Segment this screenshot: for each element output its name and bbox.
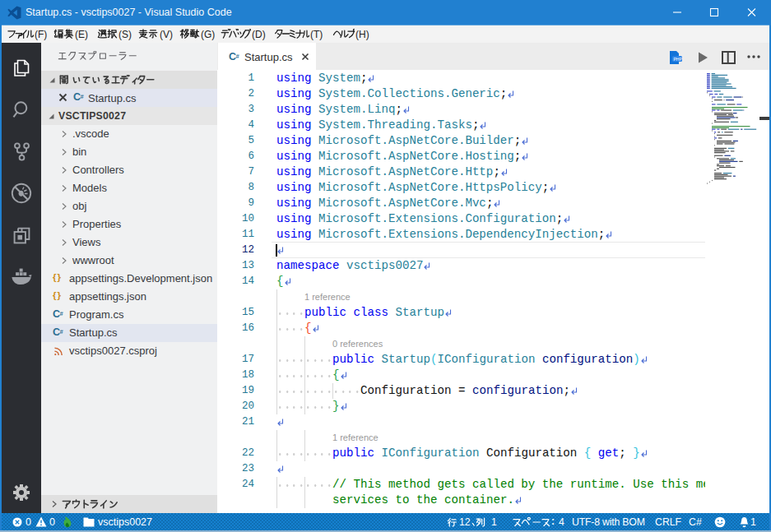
svg-text:PHP: PHP (674, 57, 683, 62)
